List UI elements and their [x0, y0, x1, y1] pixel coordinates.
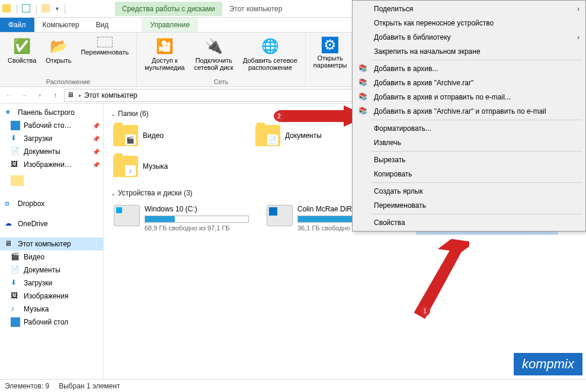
chevron-down-icon: ⌄ — [111, 111, 116, 117]
winrar-icon: 📚 — [358, 107, 368, 116]
context-tab-label: Средства работы с дисками — [115, 2, 222, 16]
media-icon: 🎦 — [155, 37, 174, 56]
sidebar-this-pc[interactable]: 🖥 Этот компьютер — [0, 237, 103, 250]
ctx-separator — [372, 214, 582, 214]
sidebar-dropbox[interactable]: ⧈ Dropbox — [0, 197, 103, 210]
ctx-properties[interactable]: Свойства — [354, 216, 584, 230]
watermark: kompmix — [514, 353, 582, 375]
ctx-add-library[interactable]: Добавить в библиотеку › — [354, 30, 584, 44]
ctx-add-archive-rar-email[interactable]: 📚 Добавить в архив "Archive.rar" и отпра… — [354, 104, 584, 118]
ribbon-properties-button[interactable]: ✅ Свойства — [4, 35, 40, 77]
ctx-add-archive-email[interactable]: 📚 Добавить в архив и отправить по e-mail… — [354, 90, 584, 104]
network-drive-icon: 🔌 — [204, 37, 223, 56]
window-title: Этот компьютер — [222, 5, 290, 13]
properties-icon: ✅ — [12, 37, 31, 56]
folder-icon: 🎬 — [113, 125, 138, 146]
chevron-down-icon: ⌄ — [111, 190, 116, 197]
sidebar-downloads2[interactable]: ⬇ Загрузки — [0, 277, 103, 290]
chevron-right-icon: › — [577, 33, 579, 41]
breadcrumb-location[interactable]: Этот компьютер — [84, 91, 137, 99]
sidebar-documents2[interactable]: 📄 Документы — [0, 264, 103, 277]
sidebar-desktop2[interactable]: Рабочий стол — [0, 316, 103, 329]
ctx-cut[interactable]: Вырезать — [354, 153, 584, 167]
group-network-label: Сеть — [140, 78, 302, 85]
nav-forward-button[interactable]: → — [18, 89, 31, 102]
downloads-icon: ⬇ — [11, 278, 20, 288]
qat-properties-icon[interactable] — [22, 4, 31, 14]
folder-open-icon: 📂 — [49, 37, 68, 56]
sidebar-desktop[interactable]: Рабочий сто… 📌 — [0, 119, 103, 132]
folder-music[interactable]: ♪ Музыка — [111, 153, 241, 179]
winrar-icon: 📚 — [358, 78, 368, 88]
nav-recent-dropdown[interactable]: ▾ — [33, 89, 46, 102]
rename-icon — [97, 37, 113, 47]
sidebar-videos[interactable]: 🎬 Видео — [0, 250, 103, 264]
status-elements: Элементов: 9 — [5, 382, 49, 390]
pin-icon: 📌 — [92, 123, 100, 129]
pin-icon: 📌 — [92, 149, 100, 155]
ctx-separator — [372, 120, 582, 120]
ctx-open-portable[interactable]: Открыть как переносное устройство — [354, 16, 584, 30]
winrar-icon: 📚 — [358, 92, 368, 102]
ctx-add-archive-rar[interactable]: 📚 Добавить в архив "Archive.rar" — [354, 76, 584, 90]
doc-overlay-icon: 📄 — [267, 134, 278, 145]
ctx-add-archive[interactable]: 📚 Добавить в архив... — [354, 62, 584, 76]
ctx-format[interactable]: Форматировать... — [354, 121, 584, 136]
dropbox-icon: ⧈ — [5, 199, 14, 208]
add-location-icon: 🌐 — [261, 37, 280, 56]
downloads-icon: ⬇ — [11, 134, 20, 143]
sidebar-quick-access[interactable]: ★ Панель быстрого — [0, 106, 103, 119]
qat-dropdown-icon[interactable]: ▼ — [55, 6, 60, 12]
sidebar-downloads[interactable]: ⬇ Загрузки 📌 — [0, 132, 103, 145]
statusbar: Элементов: 9 Выбран 1 элемент — [0, 379, 586, 392]
computer-icon: 🖥 — [5, 239, 14, 249]
tab-view[interactable]: Вид — [88, 18, 117, 32]
chevron-right-icon: › — [577, 5, 579, 13]
ribbon-add-location-button[interactable]: 🌐 Добавить сетевое расположение — [239, 35, 302, 77]
annotation-badge-1: 1 — [420, 306, 430, 316]
documents-icon: 📄 — [11, 265, 20, 275]
sidebar-music[interactable]: ♪ Музыка — [0, 303, 103, 316]
tab-file[interactable]: Файл — [0, 18, 34, 32]
settings-icon: ⚙ — [322, 37, 338, 53]
annotation-arrow-1 — [398, 237, 469, 320]
sidebar-pictures2[interactable]: 🖼 Изображения — [0, 290, 103, 303]
nav-back-button[interactable]: ← — [2, 89, 15, 102]
tab-computer[interactable]: Компьютер — [34, 18, 88, 32]
sidebar-documents[interactable]: 📄 Документы 📌 — [0, 145, 103, 158]
drive-icon — [267, 205, 293, 226]
sidebar-item-blank[interactable] — [0, 171, 103, 190]
winrar-icon: 📚 — [358, 64, 368, 73]
computer-icon: 🖥 — [67, 91, 76, 100]
video-overlay-icon: 🎬 — [125, 134, 136, 145]
pictures-icon: 🖼 — [11, 160, 20, 169]
desktop-icon — [11, 317, 20, 327]
ctx-copy[interactable]: Копировать — [354, 167, 584, 181]
ctx-create-shortcut[interactable]: Создать ярлык — [354, 184, 584, 198]
qat-new-folder-icon[interactable] — [41, 4, 51, 14]
ribbon-media-access-button[interactable]: 🎦 Доступ к мультимедиа — [140, 35, 189, 77]
ctx-eject[interactable]: Извлечь — [354, 136, 584, 150]
ribbon-open-button[interactable]: 📂 Открыть — [41, 35, 75, 77]
ctx-share[interactable]: Поделиться › — [354, 2, 584, 16]
sidebar: ★ Панель быстрого Рабочий сто… 📌 ⬇ Загру… — [0, 104, 104, 381]
ctx-separator — [372, 60, 582, 60]
capacity-bar — [145, 216, 249, 223]
breadcrumb-chevron-icon[interactable]: ▸ — [79, 92, 82, 98]
ctx-pin-start[interactable]: Закрепить на начальном экране — [354, 44, 584, 59]
ctx-rename[interactable]: Переименовать — [354, 198, 584, 213]
pin-icon: 📌 — [92, 136, 100, 142]
ribbon-map-drive-button[interactable]: 🔌 Подключить сетевой диск — [190, 35, 238, 77]
sidebar-onedrive[interactable]: ☁ OneDrive — [0, 217, 103, 230]
pictures-icon: 🖼 — [11, 291, 20, 301]
tab-manage[interactable]: Управление — [142, 18, 198, 32]
onedrive-icon: ☁ — [5, 219, 14, 229]
folder-icon: 📄 — [255, 125, 280, 146]
ribbon-settings-button[interactable]: ⚙ Открыть параметры — [309, 35, 351, 77]
sidebar-pictures[interactable]: 🖼 Изображени… 📌 — [0, 158, 103, 171]
nav-up-button[interactable]: ↑ — [49, 89, 62, 102]
drive-c[interactable]: Windows 10 (C:) 68,9 ГБ свободно из 97,1… — [111, 202, 252, 234]
ribbon-rename-button[interactable]: Переименовать — [77, 35, 133, 77]
folder-videos[interactable]: 🎬 Видео — [111, 123, 241, 149]
desktop-icon — [11, 121, 20, 130]
